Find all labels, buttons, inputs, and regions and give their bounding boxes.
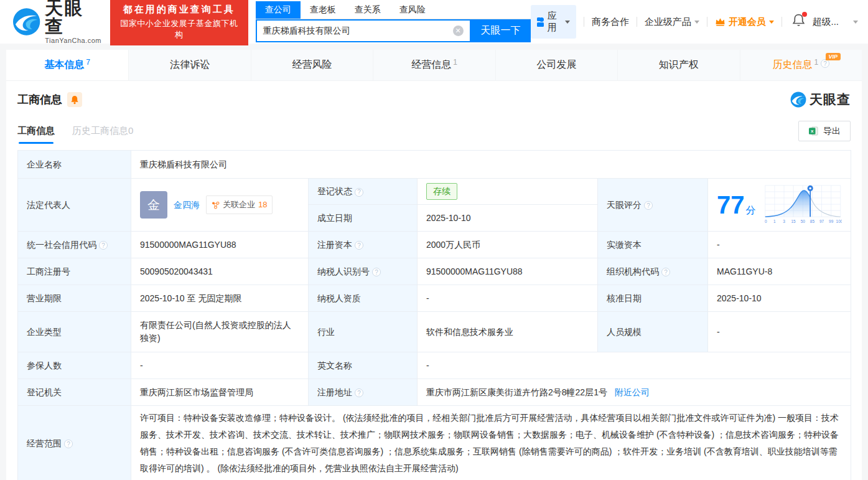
reg-capital-value: 2000万人民币 (418, 232, 598, 258)
field-label: 行业 (309, 312, 418, 352)
promo-line2: 国家中小企业发展子基金旗下机构 (118, 18, 241, 40)
help-icon[interactable]: ? (64, 440, 73, 448)
help-icon[interactable]: ? (372, 268, 381, 276)
svg-text:0: 0 (764, 219, 767, 224)
network-icon (212, 201, 220, 209)
field-label: 组织机构代码? (598, 258, 708, 285)
promo-banner: 都在用的商业查询工具 国家中小企业发展子基金旗下机构 (110, 0, 248, 45)
search-clear-icon[interactable]: ✕ (453, 26, 464, 36)
tab-label: 基本信息 (44, 59, 84, 72)
tab-company-development[interactable]: 公司发展 (495, 50, 617, 80)
search-input[interactable]: 重庆梯盾科技有限公司 ✕ (256, 19, 471, 42)
menu-business-cooperation[interactable]: 商务合作 (592, 16, 629, 28)
score-value: 77 (717, 191, 745, 219)
menu-enterprise-products[interactable]: 企业级产品 (645, 16, 699, 28)
related-count: 18 (258, 199, 267, 211)
field-label: 人员规模 (598, 312, 708, 352)
field-label: 英文名称 (309, 352, 418, 379)
company-type-value: 有限责任公司(自然人投资或控股的法人独资) (131, 312, 309, 352)
field-label: 实缴资本 (598, 232, 708, 258)
field-label: 天眼评分? (598, 179, 708, 232)
search-area: 查公司 查老板 查关系 查风险 重庆梯盾科技有限公司 ✕ 天眼一下 (256, 1, 531, 42)
legal-rep-link[interactable]: 金四海 (174, 199, 200, 212)
help-icon[interactable]: ? (355, 241, 363, 250)
field-label: 纳税人识别号? (309, 258, 418, 285)
subtab-history-registration[interactable]: 历史工商信息0 (72, 125, 133, 144)
registration-info-table: 企业名称 重庆梯盾科技有限公司 法定代表人 金 金四海 (17, 150, 851, 480)
monitor-bell-button[interactable] (67, 92, 82, 107)
tab-legal-proceedings[interactable]: 法律诉讼 (128, 50, 250, 80)
reg-authority-value: 重庆两江新区市场监督管理局 (131, 379, 309, 406)
reg-status-value: 存续 (418, 179, 598, 205)
subtab-current-registration[interactable]: 工商信息 (17, 125, 55, 144)
help-icon[interactable]: ? (821, 59, 829, 68)
reg-number-value: 500905020043431 (131, 258, 309, 285)
tab-history-info[interactable]: VIP 历史信息 1 ? (740, 50, 862, 80)
field-label: 核准日期 (598, 285, 708, 312)
related-companies-button[interactable]: 关联企业 18 (206, 195, 273, 214)
tab-basic-info[interactable]: 基本信息 7 (6, 50, 128, 80)
help-icon[interactable]: ? (644, 201, 653, 210)
menu-vip-label: 开通会员 (729, 16, 766, 28)
english-name-value: - (418, 352, 851, 379)
apps-menu[interactable]: 应用 (531, 5, 577, 39)
tab-intellectual-property[interactable]: 知识产权 (617, 50, 739, 80)
field-label: 参保人数 (18, 352, 131, 379)
search-tab-company[interactable]: 查公司 (256, 1, 301, 19)
establish-date-value: 2025-10-10 (418, 205, 598, 232)
notification-bell[interactable] (792, 14, 805, 30)
score-distribution-chart: 0 1 3 15 50 85 97 99 100 (763, 182, 842, 227)
field-label: 纳税人资质 (309, 285, 418, 312)
help-icon[interactable]: ? (661, 268, 670, 276)
chevron-down-icon (565, 21, 570, 24)
svg-text:15: 15 (791, 219, 796, 224)
notification-dot (802, 12, 807, 17)
account-name: 超级... (813, 16, 839, 28)
search-button[interactable]: 天眼一下 (471, 19, 531, 42)
help-icon[interactable]: ? (99, 241, 108, 250)
field-label: 成立日期 (309, 205, 418, 232)
field-label: 企业类型 (18, 312, 131, 352)
main-content: 工商信息 天眼查 工商信息 历史工商信息0 x 导出 (6, 81, 862, 480)
chevron-down-icon (694, 21, 699, 24)
score-unit: 分 (746, 205, 756, 215)
legal-rep-avatar[interactable]: 金 (140, 191, 167, 219)
field-label: 经营范围? (18, 406, 131, 480)
nearby-companies-link[interactable]: 附近公司 (615, 387, 650, 397)
apps-label: 应用 (548, 10, 561, 34)
paid-capital-value: - (708, 232, 851, 258)
chevron-down-icon (769, 21, 774, 24)
field-label: 统一社会信用代码? (18, 232, 131, 258)
top-header: 天眼查 TianYanCha.com 都在用的商业查询工具 国家中小企业发展子基… (0, 0, 868, 44)
status-badge: 存续 (426, 183, 457, 200)
tab-business-info[interactable]: 经营信息 1 (373, 50, 495, 80)
credit-code-value: 91500000MAG11GYU88 (131, 232, 309, 258)
search-tab-risk[interactable]: 查风险 (390, 1, 435, 19)
divider (584, 17, 584, 27)
menu-vip-upgrade[interactable]: 开通会员 (715, 16, 774, 28)
header-menu: 应用 商务合作 企业级产品 开通会员 (531, 5, 858, 39)
tab-business-risk[interactable]: 经营风险 (251, 50, 373, 80)
search-tab-relation[interactable]: 查关系 (345, 1, 390, 19)
legal-rep-cell: 金 金四海 关联企业 18 (131, 179, 309, 232)
export-button[interactable]: x 导出 (798, 121, 851, 141)
svg-text:85: 85 (810, 219, 814, 224)
help-icon[interactable]: ? (355, 188, 363, 197)
export-label: 导出 (823, 126, 841, 137)
staff-size-value: - (708, 312, 851, 352)
divider (637, 17, 637, 27)
tianyancha-logo[interactable]: 天眼查 TianYanCha.com (12, 0, 102, 44)
logo-domain: TianYanCha.com (45, 37, 102, 44)
help-icon[interactable]: ? (355, 388, 363, 397)
account-menu[interactable]: 超级... (813, 16, 859, 28)
svg-text:100: 100 (836, 219, 842, 224)
menu-enterprise-label: 企业级产品 (645, 16, 691, 28)
industry-value: 软件和信息技术服务业 (418, 312, 598, 352)
related-label: 关联企业 (223, 199, 255, 211)
business-scope-value: 许可项目：特种设备安装改造修理；特种设备设计。 (依法须经批准的项目，经相关部门… (131, 406, 851, 480)
insured-count-value: - (131, 352, 309, 379)
field-label: 企业名称 (18, 151, 131, 179)
search-tab-boss[interactable]: 查老板 (301, 1, 345, 19)
tab-label: 法律诉讼 (170, 59, 210, 72)
section-title: 工商信息 (17, 92, 62, 107)
